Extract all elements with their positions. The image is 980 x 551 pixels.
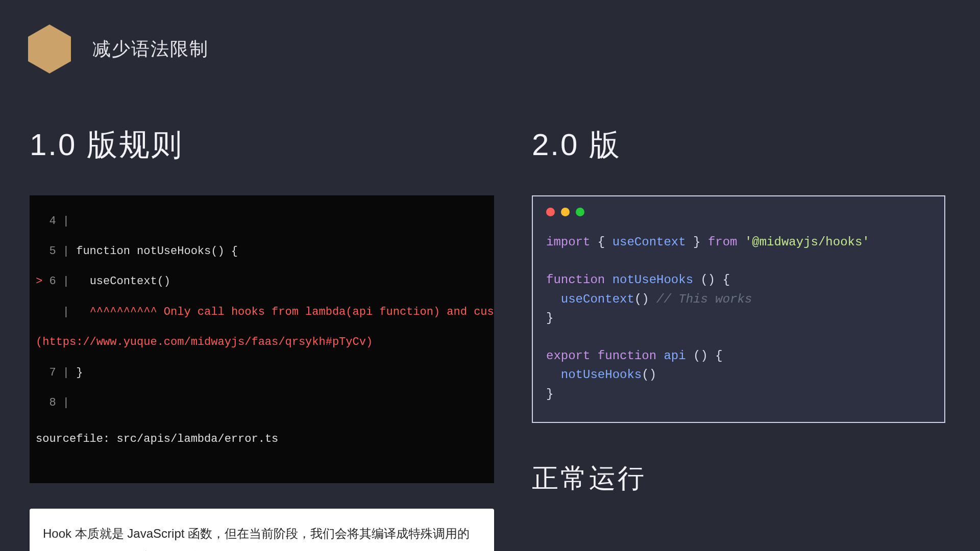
traffic-light-yellow-icon <box>561 208 570 216</box>
right-caption: 正常运行 <box>532 461 945 496</box>
slide-title: 减少语法限制 <box>92 37 209 62</box>
code-panel: import { useContext } from '@midwayjs/ho… <box>532 195 945 423</box>
doc-card: Hook 本质就是 JavaScript 函数，但在当前阶段，我们会将其编译成特… <box>30 509 494 551</box>
window-traffic-lights <box>533 196 944 218</box>
traffic-light-red-icon <box>546 208 555 216</box>
terminal-error-block: 4 | 5 | function notUseHooks() { > 6 | u… <box>30 195 494 483</box>
traffic-light-green-icon <box>576 208 584 216</box>
left-heading: 1.0 版规则 <box>30 124 494 166</box>
doc-paragraph: Hook 本质就是 JavaScript 函数，但在当前阶段，我们会将其编译成特… <box>43 522 481 551</box>
slide-header: 减少语法限制 <box>28 24 209 73</box>
hexagon-icon <box>28 24 71 73</box>
left-column: 1.0 版规则 4 | 5 | function notUseHooks() {… <box>30 124 494 551</box>
right-heading: 2.0 版 <box>532 124 945 166</box>
sourcefile-line: sourcefile: src/apis/lambda/error.ts <box>30 425 494 448</box>
code-body: import { useContext } from '@midwayjs/ho… <box>533 218 944 422</box>
right-column: 2.0 版 import { useContext } from '@midwa… <box>532 124 945 496</box>
